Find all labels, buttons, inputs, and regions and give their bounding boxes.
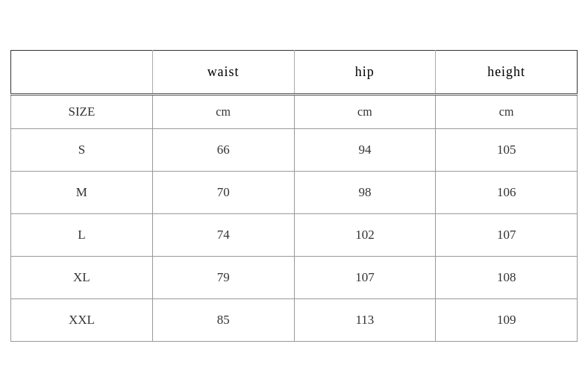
unit-row: SIZE cm cm cm <box>11 94 578 128</box>
cell-waist: 74 <box>152 213 294 256</box>
size-chart-wrapper: waist hip height SIZE cm cm cm S 66 94 1… <box>10 50 578 342</box>
table-row: L 74 102 107 <box>11 213 578 256</box>
cell-height: 106 <box>436 171 578 213</box>
unit-size: SIZE <box>11 94 153 128</box>
col-header-size <box>11 50 153 94</box>
table-row: M 70 98 106 <box>11 171 578 213</box>
unit-hip: cm <box>294 94 436 128</box>
cell-size: XXL <box>11 298 153 341</box>
col-header-waist: waist <box>152 50 294 94</box>
cell-height: 107 <box>436 213 578 256</box>
cell-hip: 94 <box>294 128 436 171</box>
col-header-hip: hip <box>294 50 436 94</box>
col-header-height: height <box>436 50 578 94</box>
cell-height: 105 <box>436 128 578 171</box>
table-row: S 66 94 105 <box>11 128 578 171</box>
table-row: XL 79 107 108 <box>11 256 578 298</box>
cell-hip: 98 <box>294 171 436 213</box>
cell-size: XL <box>11 256 153 298</box>
size-chart-table: waist hip height SIZE cm cm cm S 66 94 1… <box>10 50 578 342</box>
cell-waist: 70 <box>152 171 294 213</box>
cell-hip: 107 <box>294 256 436 298</box>
cell-waist: 85 <box>152 298 294 341</box>
table-header-row: waist hip height <box>11 50 578 94</box>
cell-height: 108 <box>436 256 578 298</box>
cell-waist: 66 <box>152 128 294 171</box>
cell-waist: 79 <box>152 256 294 298</box>
unit-height: cm <box>436 94 578 128</box>
cell-hip: 113 <box>294 298 436 341</box>
cell-size: M <box>11 171 153 213</box>
cell-height: 109 <box>436 298 578 341</box>
table-row: XXL 85 113 109 <box>11 298 578 341</box>
cell-hip: 102 <box>294 213 436 256</box>
unit-waist: cm <box>152 94 294 128</box>
cell-size: L <box>11 213 153 256</box>
cell-size: S <box>11 128 153 171</box>
